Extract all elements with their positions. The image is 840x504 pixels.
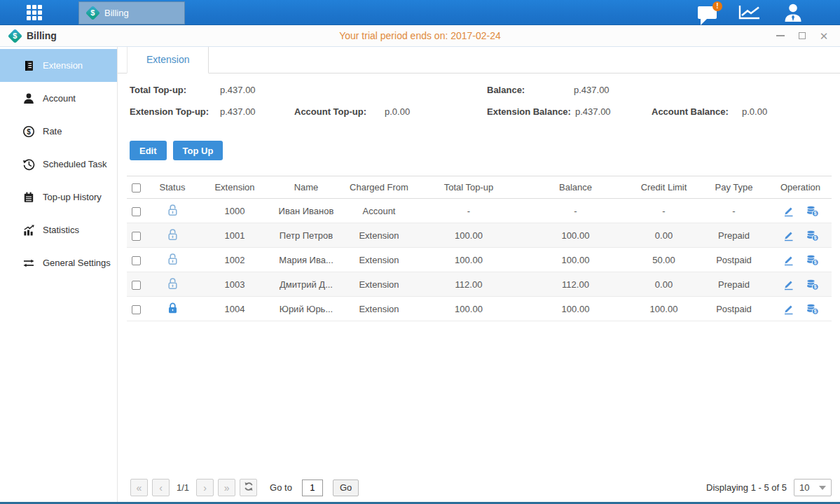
billing-app-window: $ Billing ! — [0, 0, 840, 504]
cell-balance: 100.00 — [522, 223, 629, 248]
app-grid-icon[interactable] — [27, 5, 48, 20]
cell-charged-from: Account — [343, 199, 415, 223]
refresh-button[interactable] — [240, 479, 257, 496]
table-row: 1004 Юрий Юрь... Extension 100.00 100.00… — [127, 297, 832, 321]
displaying-text: Displaying 1 - 5 of 5 — [706, 482, 787, 493]
col-extension: Extension — [200, 176, 270, 199]
unlocked-icon — [167, 281, 179, 292]
topbar: $ Billing ! — [0, 0, 840, 25]
trial-notice: Your trial period ends on: 2017-02-24 — [0, 30, 840, 41]
row-checkbox[interactable] — [132, 256, 141, 265]
edit-row-icon[interactable] — [783, 230, 794, 241]
topup-row-icon[interactable]: $ — [806, 205, 819, 217]
cell-extension: 1000 — [200, 199, 270, 223]
topup-history-icon — [22, 190, 35, 204]
topbar-billing-tab[interactable]: $ Billing — [78, 1, 185, 24]
cell-credit-limit: 0.00 — [629, 223, 698, 248]
row-checkbox[interactable] — [132, 207, 141, 216]
edit-row-icon[interactable] — [783, 205, 794, 217]
col-pay-type: Pay Type — [698, 176, 769, 199]
edit-row-icon[interactable] — [783, 254, 794, 266]
total-topup-value: p.437.00 — [220, 85, 256, 95]
notifications-chat-icon[interactable]: ! — [698, 6, 717, 19]
row-checkbox[interactable] — [132, 305, 141, 314]
extension-topup-value: p.437.00 — [220, 106, 256, 117]
row-checkbox[interactable] — [132, 281, 141, 290]
sidebar-item-scheduled-task[interactable]: Scheduled Task — [0, 148, 117, 181]
sidebar-item-account[interactable]: Account — [0, 82, 117, 115]
topup-row-icon[interactable]: $ — [806, 230, 819, 241]
sidebar-item-label: General Settings — [43, 258, 111, 268]
next-page-button[interactable]: › — [196, 479, 214, 496]
titlebar: $ Billing Your trial period ends on: 201… — [0, 25, 840, 47]
select-all-checkbox[interactable] — [132, 183, 141, 192]
col-charged-from: Charged From — [343, 176, 415, 199]
extension-topup-label: Extension Top-up: — [130, 106, 209, 117]
cell-pay-type: Postpaid — [698, 248, 769, 272]
sidebar-item-label: Statistics — [43, 225, 79, 235]
sidebar-item-rate[interactable]: $ Rate — [0, 115, 117, 148]
cell-total-topup: 112.00 — [415, 272, 522, 297]
cell-extension: 1001 — [200, 223, 270, 248]
tab-extension[interactable]: Extension — [127, 47, 209, 74]
topup-button[interactable]: Top Up — [173, 141, 223, 160]
edit-row-icon[interactable] — [783, 279, 794, 290]
table-row: 1001 Петр Петров Extension 100.00 100.00… — [127, 223, 832, 248]
last-page-button[interactable]: » — [218, 479, 235, 496]
account-topup-label: Account Top-up: — [294, 106, 366, 117]
table-row: 1003 Дмитрий Д... Extension 112.00 112.0… — [127, 272, 832, 297]
edit-button[interactable]: Edit — [130, 141, 167, 160]
cell-name: Дмитрий Д... — [270, 272, 343, 297]
first-page-button[interactable]: « — [130, 479, 148, 496]
cell-extension: 1003 — [200, 272, 270, 297]
statistics-icon — [22, 223, 35, 237]
row-checkbox[interactable] — [132, 232, 141, 241]
topup-row-icon[interactable]: $ — [806, 279, 819, 290]
table-row: 1000 Иван Иванов Account - - - - $ — [127, 199, 832, 223]
sidebar-item-extension[interactable]: Extension — [0, 49, 117, 82]
scheduled-task-icon — [22, 158, 35, 171]
sidebar-item-label: Top-up History — [43, 192, 102, 202]
cell-name: Юрий Юрь... — [270, 297, 343, 321]
go-button[interactable]: Go — [333, 479, 359, 496]
goto-page-input[interactable] — [302, 479, 323, 496]
col-balance: Balance — [522, 176, 629, 199]
sidebar-item-statistics[interactable]: Statistics — [0, 214, 117, 246]
sidebar-item-label: Scheduled Task — [43, 159, 107, 169]
minimize-button[interactable] — [776, 31, 785, 41]
pagination-bar: « ‹ 1/1 › » Go to Go Displaying 1 - 5 of… — [130, 479, 832, 496]
sidebar-item-topup-history[interactable]: Top-up History — [0, 181, 117, 214]
cell-total-topup: 100.00 — [415, 248, 522, 272]
topup-row-icon[interactable]: $ — [806, 303, 819, 315]
svg-text:$: $ — [27, 128, 31, 136]
cell-pay-type: - — [698, 199, 769, 223]
cell-balance: 112.00 — [522, 272, 629, 297]
cell-charged-from: Extension — [343, 248, 415, 272]
cell-charged-from: Extension — [343, 297, 415, 321]
tab-bar: Extension — [118, 47, 840, 74]
cell-total-topup: - — [415, 199, 522, 223]
cell-total-topup: 100.00 — [415, 223, 522, 248]
reports-chart-icon[interactable] — [738, 4, 762, 21]
col-operation: Operation — [769, 176, 832, 199]
sidebar-item-general-settings[interactable]: General Settings — [0, 246, 117, 279]
edit-row-icon[interactable] — [783, 303, 794, 315]
close-button[interactable]: ✕ — [819, 31, 829, 41]
topbar-right: ! — [698, 0, 840, 24]
extension-balance-value: p.437.00 — [575, 106, 611, 117]
cell-name: Мария Ива... — [270, 248, 343, 272]
svg-text:$: $ — [813, 284, 816, 290]
cell-balance: - — [522, 199, 629, 223]
maximize-button[interactable] — [797, 31, 807, 41]
main-content: Extension Total Top-up: p.437.00 Balance… — [118, 47, 840, 502]
user-account-icon[interactable] — [783, 3, 804, 22]
prev-page-button[interactable]: ‹ — [152, 479, 170, 496]
table-header-row: Status Extension Name Charged From Total… — [127, 176, 832, 199]
cell-pay-type: Postpaid — [698, 297, 769, 321]
col-credit-limit: Credit Limit — [629, 176, 698, 199]
page-size-select[interactable]: 10 — [794, 479, 832, 496]
topup-row-icon[interactable]: $ — [806, 254, 819, 266]
refresh-icon — [244, 482, 254, 493]
unlocked-icon — [167, 232, 179, 243]
account-balance-value: p.0.00 — [742, 106, 767, 117]
